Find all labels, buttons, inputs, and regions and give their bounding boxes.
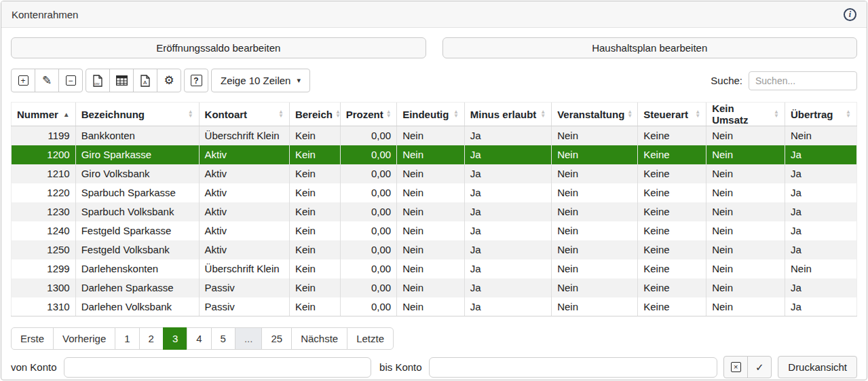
cell-bereich: Kein xyxy=(289,126,340,145)
cell-eindeutig: Nein xyxy=(397,278,465,297)
cell-veranstaltung: Nein xyxy=(552,183,638,202)
export-pdf-button[interactable]: A xyxy=(133,69,157,92)
table-row[interactable]: 1220Sparbuch SparkasseAktivKein0,00NeinJ… xyxy=(12,183,857,202)
apply-range-button[interactable]: ✓ xyxy=(747,356,772,378)
table-body: 1199BankkontenÜberschrift KleinKein0,00N… xyxy=(12,126,857,316)
print-view-button[interactable]: Druckansicht xyxy=(778,356,857,378)
cell-prozent: 0,00 xyxy=(340,278,396,297)
table-row[interactable]: 1230Sparbuch VolksbankAktivKein0,00NeinJ… xyxy=(12,202,857,221)
sort-both-icon: ▲▼ xyxy=(774,110,779,118)
edit-opening-balance-button[interactable]: Eröffnungssaldo bearbeiten xyxy=(11,37,426,58)
page-title: Kontenrahmen xyxy=(12,9,78,20)
clear-range-button[interactable]: × xyxy=(723,356,748,378)
table-row[interactable]: 1250Festgeld VolksbankAktivKein0,00NeinJ… xyxy=(12,240,857,259)
cell-prozent: 0,00 xyxy=(340,240,396,259)
page-button-letzte[interactable]: Letzte xyxy=(347,327,394,350)
cell-nummer: 1300 xyxy=(12,278,76,297)
cell-eindeutig: Nein xyxy=(397,297,465,316)
cell-bezeichnung: Darlehen Sparkasse xyxy=(75,278,199,297)
page-button-vorherige[interactable]: Vorherige xyxy=(53,327,115,350)
table-row[interactable]: 1210Giro VolksbankAktivKein0,00NeinJaNei… xyxy=(12,164,857,183)
cell-steuerart: Keine xyxy=(638,164,706,183)
page-button-n-chste[interactable]: Nächste xyxy=(291,327,347,350)
page-button-1[interactable]: 1 xyxy=(115,327,139,350)
question-mark-icon: ? xyxy=(191,75,202,86)
column-label: Prozent xyxy=(346,109,383,120)
column-header-prozent[interactable]: Prozent▲▼ xyxy=(340,103,396,126)
cell-minus-erlaubt: Ja xyxy=(464,202,551,221)
column-header-nummer[interactable]: Nummer▲ xyxy=(12,103,76,126)
cell-prozent: 0,00 xyxy=(340,297,396,316)
cell-kontoart: Aktiv xyxy=(199,202,289,221)
edit-budget-button[interactable]: Haushaltsplan bearbeiten xyxy=(442,37,858,58)
table-row[interactable]: 1310Darlehen VolksbankPassivKein0,00Nein… xyxy=(12,297,857,316)
table-row[interactable]: 1300Darlehen SparkassePassivKein0,00Nein… xyxy=(12,278,857,297)
plus-square-icon: + xyxy=(18,75,29,86)
column-header-minus-erlaubt[interactable]: Minus erlaubt▲▼ xyxy=(464,103,551,126)
cell-prozent: 0,00 xyxy=(340,221,396,240)
cell-eindeutig: Nein xyxy=(397,240,465,259)
cell-veranstaltung: Nein xyxy=(552,145,638,164)
cell-veranstaltung: Nein xyxy=(552,221,638,240)
gear-icon: ⚙ xyxy=(164,75,174,86)
column-label: Veranstaltung xyxy=(557,109,624,120)
cell-veranstaltung: Nein xyxy=(552,202,638,221)
cell-prozent: 0,00 xyxy=(340,126,396,145)
column-header-veranstaltung[interactable]: Veranstaltung▲▼ xyxy=(552,103,638,126)
from-konto-input[interactable] xyxy=(64,357,372,378)
delete-button[interactable]: − xyxy=(58,69,83,92)
cell-bezeichnung: Darlehenskonten xyxy=(75,259,199,278)
table-row[interactable]: 1240Festgeld SparkasseAktivKein0,00NeinJ… xyxy=(12,221,857,240)
cell-bereich: Kein xyxy=(289,297,340,316)
page-button-erste[interactable]: Erste xyxy=(11,327,54,350)
page-button-2[interactable]: 2 xyxy=(139,327,164,350)
cell-kein-umsatz: Nein xyxy=(706,202,785,221)
range-action-group: × ✓ xyxy=(723,356,772,378)
column-header-eindeutig[interactable]: Eindeutig▲▼ xyxy=(397,103,465,126)
sort-both-icon: ▲▼ xyxy=(540,110,546,118)
column-label: Nummer xyxy=(17,109,58,120)
page-button-4[interactable]: 4 xyxy=(187,327,211,350)
export-button-group: csv A ⚙ xyxy=(86,69,181,92)
settings-button[interactable]: ⚙ xyxy=(157,69,181,92)
info-icon[interactable]: i xyxy=(844,8,856,21)
column-header-kontoart[interactable]: Kontoart▲▼ xyxy=(199,103,289,126)
cell-steuerart: Keine xyxy=(638,240,706,259)
edit-button[interactable]: ✎ xyxy=(35,69,59,92)
sort-both-icon: ▲▼ xyxy=(695,110,700,118)
table-row[interactable]: 1199BankkontenÜberschrift KleinKein0,00N… xyxy=(12,126,857,145)
cell-nummer: 1299 xyxy=(12,259,76,278)
page-length-dropdown[interactable]: Zeige 10 Zeilen ▾ xyxy=(211,69,310,92)
cell-kontoart: Aktiv xyxy=(199,240,289,259)
table-row[interactable]: 1299DarlehenskontenÜberschrift KleinKein… xyxy=(12,259,857,278)
cell-steuerart: Keine xyxy=(638,221,706,240)
cell-minus-erlaubt: Ja xyxy=(464,145,551,164)
export-csv-button[interactable]: csv xyxy=(86,69,110,92)
column-header-bezeichnung[interactable]: Bezeichnung▲▼ xyxy=(75,103,199,126)
table-row[interactable]: 1200Giro SparkasseAktivKein0,00NeinJaNei… xyxy=(12,145,857,164)
cell-bertrag: Ja xyxy=(785,221,857,240)
from-konto-label: von Konto xyxy=(11,361,57,373)
sort-both-icon: ▲▼ xyxy=(627,110,633,118)
cell-veranstaltung: Nein xyxy=(552,259,638,278)
svg-text:A: A xyxy=(143,79,147,86)
column-label: Eindeutig xyxy=(402,109,449,120)
column-header-bereich[interactable]: Bereich▲▼ xyxy=(289,103,340,126)
column-header-bertrag[interactable]: Übertrag▲▼ xyxy=(785,103,857,126)
cell-bereich: Kein xyxy=(289,259,340,278)
search-input[interactable] xyxy=(749,71,857,90)
page-button-5[interactable]: 5 xyxy=(211,327,235,350)
column-header-steuerart[interactable]: Steuerart▲▼ xyxy=(638,103,706,126)
help-button-group: ? xyxy=(184,69,208,92)
add-button[interactable]: + xyxy=(11,69,35,92)
csv-file-icon: csv xyxy=(92,75,103,87)
column-header-kein-umsatz[interactable]: Kein Umsatz▲▼ xyxy=(706,103,785,126)
help-button[interactable]: ? xyxy=(184,69,208,92)
cell-kontoart: Passiv xyxy=(199,278,289,297)
to-konto-input[interactable] xyxy=(429,357,718,378)
export-table-button[interactable] xyxy=(109,69,134,92)
cell-steuerart: Keine xyxy=(638,278,706,297)
page-button-25[interactable]: 25 xyxy=(261,327,292,350)
panel-titlebar: Kontenrahmen i xyxy=(1,1,867,28)
page-button-3[interactable]: 3 xyxy=(163,327,187,350)
